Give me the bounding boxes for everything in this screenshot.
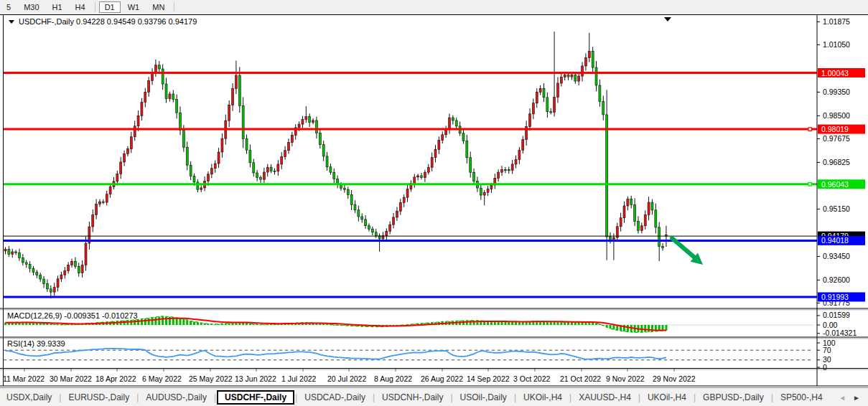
timeframe-button-MN[interactable]: MN bbox=[146, 1, 170, 13]
svg-text:29 Nov 2022: 29 Nov 2022 bbox=[653, 374, 696, 383]
svg-text:0.98500: 0.98500 bbox=[823, 111, 850, 120]
rsi-label: RSI(14) 39.9339 bbox=[7, 339, 65, 348]
macd-label: MACD(12,26,9) -0.009351 -0.010273 bbox=[7, 311, 138, 320]
symbol-tab-EURUSD-Daily[interactable]: EURUSD-,Daily bbox=[62, 390, 136, 405]
tab-scroll-right-icon[interactable]: ► bbox=[849, 392, 864, 403]
svg-text:20 Jul 2022: 20 Jul 2022 bbox=[327, 374, 366, 383]
level-anchor-handle[interactable] bbox=[808, 183, 812, 187]
mt4-terminal: { "toolbar": { "timeframes": [ {"label":… bbox=[0, 0, 868, 406]
svg-text:9 Nov 2022: 9 Nov 2022 bbox=[606, 374, 645, 383]
svg-text:26 Aug 2022: 26 Aug 2022 bbox=[421, 374, 463, 383]
symbol-tab-USDX-Daily[interactable]: USDX,Daily bbox=[0, 390, 58, 405]
symbol-tab-USOil-Daily[interactable]: USOil-,Daily bbox=[454, 390, 513, 405]
symbol-tab-bar: USDX,Daily|EURUSD-,Daily|AUDUSD-,Daily|U… bbox=[0, 387, 868, 406]
level-label-0.98019: 0.98019 bbox=[818, 125, 865, 134]
timeframe-button-5[interactable]: 5 bbox=[1, 1, 17, 13]
svg-text:8 Aug 2022: 8 Aug 2022 bbox=[374, 374, 412, 383]
svg-text:0.01599: 0.01599 bbox=[823, 311, 850, 319]
level-label-1.00043: 1.00043 bbox=[818, 68, 865, 77]
svg-text:1.01875: 1.01875 bbox=[823, 17, 850, 26]
chart-title: USDCHF-,Daily 0.94228 0.94549 0.93796 0.… bbox=[9, 17, 197, 26]
level-anchor-handle[interactable] bbox=[808, 128, 812, 131]
level-label-0.91993: 0.91993 bbox=[818, 293, 865, 302]
toolbar-separator bbox=[174, 2, 174, 12]
svg-text:0.95150: 0.95150 bbox=[823, 204, 850, 213]
svg-text:13 Jun 2022: 13 Jun 2022 bbox=[235, 374, 276, 383]
svg-text:11 Mar 2022: 11 Mar 2022 bbox=[3, 374, 45, 383]
timeframe-button-M30[interactable]: M30 bbox=[18, 1, 45, 13]
svg-text:0.91993: 0.91993 bbox=[821, 293, 849, 301]
symbol-tab-USDCNH-Daily[interactable]: USDCNH-,Daily bbox=[375, 390, 449, 405]
symbol-tab-GBPUSD-Daily[interactable]: GBPUSD-,Daily bbox=[696, 390, 770, 405]
svg-text:1.00043: 1.00043 bbox=[821, 69, 849, 77]
tab-scroll-left-icon[interactable]: ◄ bbox=[835, 392, 849, 403]
svg-text:0.93450: 0.93450 bbox=[823, 252, 850, 260]
svg-text:0.92600: 0.92600 bbox=[823, 275, 850, 284]
level-label-0.96043: 0.96043 bbox=[818, 179, 865, 189]
tab-scroll-arrows: ◄► bbox=[835, 392, 868, 403]
svg-text:0.98019: 0.98019 bbox=[821, 125, 849, 133]
svg-text:0.99350: 0.99350 bbox=[823, 88, 850, 96]
svg-text:0.96825: 0.96825 bbox=[823, 158, 850, 166]
svg-text:18 Apr 2022: 18 Apr 2022 bbox=[95, 374, 136, 383]
symbol-tab-XAUUSD-H4[interactable]: XAUUSD-,H4 bbox=[572, 390, 638, 405]
timeframe-toolbar: 5M30H1H4D1W1MN bbox=[0, 0, 868, 15]
symbol-tab-UKOil-H4[interactable]: UKOil-,H4 bbox=[517, 390, 569, 405]
timeframe-button-W1[interactable]: W1 bbox=[122, 1, 146, 13]
symbol-tab-USDCHF-Daily[interactable]: USDCHF-,Daily bbox=[217, 390, 294, 405]
level-label-0.94018: 0.94018 bbox=[818, 236, 865, 245]
chart-title-text: USDCHF-,Daily 0.94228 0.94549 0.93796 0.… bbox=[19, 17, 197, 26]
symbol-tab-SP500-H4[interactable]: SP500-,H4 bbox=[774, 390, 829, 405]
svg-text:14 Sep 2022: 14 Sep 2022 bbox=[467, 374, 510, 383]
svg-text:30 Mar 2022: 30 Mar 2022 bbox=[50, 374, 92, 383]
toolbar-separator bbox=[95, 2, 95, 12]
timeframe-button-H4[interactable]: H4 bbox=[70, 1, 91, 13]
svg-text:0.96043: 0.96043 bbox=[821, 180, 849, 189]
svg-text:3 Oct 2022: 3 Oct 2022 bbox=[513, 374, 551, 383]
svg-text:25 May 2022: 25 May 2022 bbox=[189, 374, 233, 383]
svg-text:6 May 2022: 6 May 2022 bbox=[142, 374, 182, 383]
svg-text:70: 70 bbox=[823, 346, 831, 354]
timeframe-button-D1[interactable]: D1 bbox=[99, 1, 121, 13]
timeframe-button-H1[interactable]: H1 bbox=[47, 1, 68, 13]
symbol-tab-AUDUSD-Daily[interactable]: AUDUSD-,Daily bbox=[139, 390, 213, 405]
svg-text:-0.014321: -0.014321 bbox=[823, 329, 857, 337]
chart-canvas[interactable]: 1.018751.010500.993500.985000.976750.968… bbox=[0, 14, 868, 387]
chart-background bbox=[0, 14, 868, 387]
svg-text:1.01050: 1.01050 bbox=[823, 40, 850, 49]
svg-text:21 Oct 2022: 21 Oct 2022 bbox=[560, 374, 601, 383]
svg-text:0.00: 0.00 bbox=[823, 321, 838, 329]
svg-text:0.97675: 0.97675 bbox=[823, 134, 850, 143]
svg-text:1 Jul 2022: 1 Jul 2022 bbox=[281, 374, 317, 383]
symbol-tab-UKOil-H4[interactable]: UKOil-,H4 bbox=[641, 390, 693, 405]
svg-text:0.94018: 0.94018 bbox=[821, 236, 849, 245]
symbol-tab-USDCAD-Daily[interactable]: USDCAD-,Daily bbox=[298, 390, 372, 405]
svg-text:0: 0 bbox=[823, 363, 827, 372]
